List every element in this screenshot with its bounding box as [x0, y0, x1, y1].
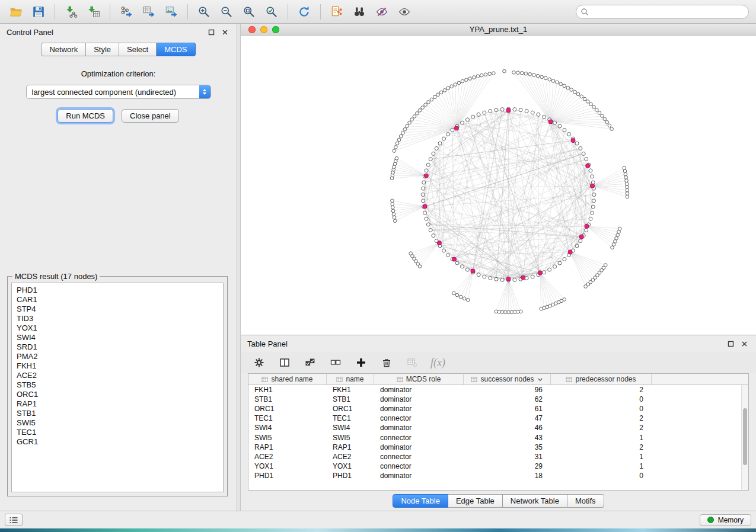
network-node[interactable] [570, 88, 573, 92]
network-node[interactable] [391, 206, 395, 209]
import-network-button[interactable] [60, 3, 82, 21]
network-node[interactable] [401, 131, 405, 134]
network-node[interactable] [480, 73, 484, 77]
network-node[interactable] [591, 211, 594, 214]
network-node[interactable] [483, 111, 486, 114]
table-row[interactable]: STB1STB1dominator620 [248, 395, 748, 404]
dominator-node[interactable] [538, 271, 542, 275]
network-node[interactable] [591, 175, 594, 178]
mcds-result-item[interactable]: TEC1 [17, 428, 223, 437]
table-row[interactable]: PHD1PHD1dominator180 [248, 471, 748, 480]
network-node[interactable] [584, 285, 588, 289]
network-node[interactable] [451, 129, 454, 132]
network-node[interactable] [548, 78, 551, 81]
network-node[interactable] [430, 98, 433, 101]
network-node[interactable] [536, 74, 540, 78]
network-node[interactable] [395, 156, 398, 160]
dominator-node[interactable] [423, 204, 427, 209]
new-column-button[interactable] [354, 355, 368, 370]
network-node[interactable] [497, 310, 501, 314]
network-node[interactable] [585, 158, 588, 161]
network-node[interactable] [438, 142, 442, 145]
control-panel-close-button[interactable] [219, 27, 230, 37]
network-node[interactable] [553, 265, 557, 268]
network-node[interactable] [595, 108, 599, 112]
control-panel-float-button[interactable] [206, 27, 216, 37]
network-node[interactable] [427, 101, 430, 104]
network-node[interactable] [525, 110, 528, 113]
share-document-button[interactable] [326, 3, 348, 21]
network-node[interactable] [465, 78, 468, 82]
optimization-criterion-dropdown[interactable]: largest connected component (undirected) [26, 85, 211, 99]
toggle-columns-button[interactable] [277, 355, 292, 370]
mcds-result-item[interactable]: CAR1 [17, 295, 223, 305]
network-node[interactable] [524, 72, 528, 75]
network-node[interactable] [537, 113, 540, 116]
network-node[interactable] [575, 244, 579, 248]
network-node[interactable] [563, 258, 566, 261]
network-node[interactable] [408, 121, 412, 124]
network-node[interactable] [416, 112, 419, 116]
dominator-node[interactable] [455, 126, 459, 130]
network-node[interactable] [454, 83, 457, 86]
show-graphics-details-button[interactable] [393, 3, 416, 21]
network-node[interactable] [605, 121, 609, 124]
network-node[interactable] [512, 71, 516, 75]
table-scrollbar[interactable] [741, 385, 748, 490]
mcds-result-item[interactable]: PHD1 [17, 286, 223, 295]
tab-mcds[interactable]: MCDS [157, 43, 195, 56]
column-header-shared-name[interactable]: shared name [248, 374, 327, 384]
export-image-button[interactable] [160, 3, 183, 21]
network-node[interactable] [393, 216, 396, 219]
zoom-in-button[interactable] [193, 3, 215, 21]
network-node[interactable] [455, 261, 459, 265]
delete-column-button[interactable] [379, 355, 394, 370]
network-node[interactable] [575, 142, 579, 145]
mcds-result-item[interactable]: YOX1 [17, 323, 223, 333]
network-node[interactable] [566, 86, 570, 89]
network-node[interactable] [443, 89, 446, 92]
network-node[interactable] [403, 128, 407, 132]
network-node[interactable] [580, 95, 583, 98]
network-node[interactable] [624, 172, 627, 176]
network-node[interactable] [492, 72, 496, 75]
mcds-result-item[interactable]: ACE2 [17, 371, 223, 380]
network-node[interactable] [589, 217, 592, 220]
network-node[interactable] [528, 73, 532, 76]
mcds-result-item[interactable]: PMA2 [17, 352, 223, 361]
network-node[interactable] [531, 275, 534, 278]
task-history-button[interactable] [5, 514, 23, 526]
network-node[interactable] [413, 115, 416, 118]
network-window-titlebar[interactable]: YPA_prune.txt_1 [241, 24, 756, 36]
dominator-node[interactable] [548, 120, 553, 124]
network-node[interactable] [442, 249, 446, 252]
network-node[interactable] [542, 271, 546, 274]
save-session-button[interactable] [27, 3, 50, 21]
mcds-result-item[interactable]: ORC1 [17, 390, 223, 399]
network-node[interactable] [423, 211, 427, 214]
network-node[interactable] [626, 188, 629, 192]
network-node[interactable] [625, 179, 629, 182]
network-node[interactable] [618, 227, 622, 230]
network-node[interactable] [540, 75, 544, 79]
network-node[interactable] [421, 193, 425, 197]
network-node[interactable] [483, 275, 486, 278]
dominator-node[interactable] [452, 257, 457, 261]
network-node[interactable] [519, 108, 522, 112]
network-node[interactable] [611, 246, 614, 249]
column-header-successor-nodes[interactable]: successor nodes [464, 374, 551, 384]
network-node[interactable] [532, 73, 536, 77]
network-node[interactable] [489, 277, 492, 280]
network-node[interactable] [603, 117, 607, 121]
network-node[interactable] [450, 85, 454, 88]
network-node[interactable] [429, 158, 432, 161]
network-node[interactable] [488, 72, 492, 76]
network-node[interactable] [393, 219, 397, 223]
network-node[interactable] [433, 95, 436, 99]
mcds-result-item[interactable]: TID3 [17, 314, 223, 323]
network-node[interactable] [516, 71, 520, 75]
scrollbar-thumb[interactable] [743, 408, 747, 465]
network-node[interactable] [393, 149, 396, 153]
network-node[interactable] [391, 203, 394, 206]
network-node[interactable] [422, 199, 425, 203]
